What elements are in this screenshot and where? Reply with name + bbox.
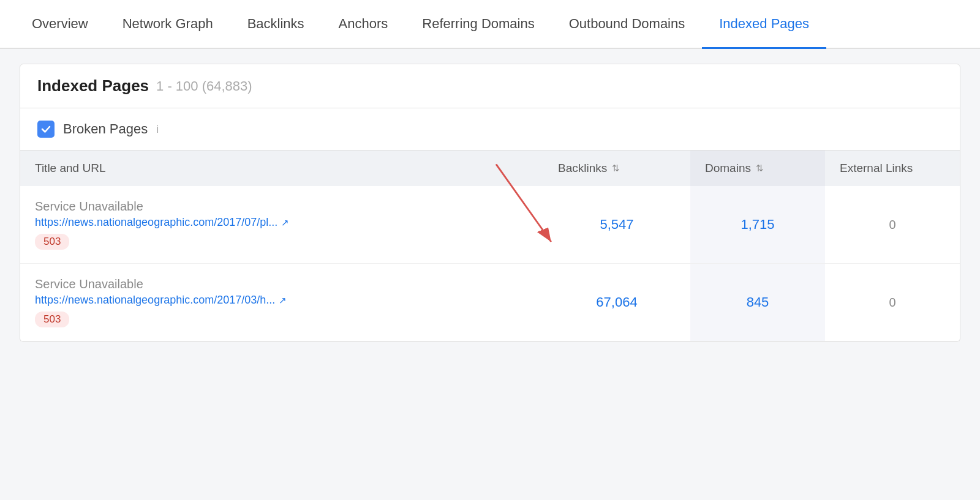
section-subtitle: 1 - 100 (64,883): [156, 78, 252, 94]
table-row: Service Unavailable https://news.nationa…: [20, 264, 960, 341]
nav-backlinks[interactable]: Backlinks: [230, 0, 322, 49]
table-header: Title and URL Backlinks ⇅ Domains ⇅ Exte…: [20, 151, 960, 186]
broken-pages-checkbox[interactable]: [37, 121, 55, 138]
td-title-url-1: Service Unavailable https://news.nationa…: [20, 186, 543, 263]
td-external-2: 0: [825, 264, 960, 341]
th-external-links: External Links: [825, 151, 960, 186]
nav-overview[interactable]: Overview: [15, 0, 105, 49]
td-backlinks-1: 5,547: [543, 186, 690, 263]
domains-sort-icon: ⇅: [756, 163, 764, 174]
filter-row: Broken Pages i: [20, 108, 960, 151]
row-title-1: Service Unavailable: [35, 200, 529, 214]
info-icon[interactable]: i: [156, 123, 159, 136]
nav-anchors[interactable]: Anchors: [322, 0, 405, 49]
td-title-url-2: Service Unavailable https://news.nationa…: [20, 264, 543, 341]
table-wrapper: Title and URL Backlinks ⇅ Domains ⇅ Exte…: [20, 151, 960, 342]
th-backlinks[interactable]: Backlinks ⇅: [543, 151, 690, 186]
table-row: Service Unavailable https://news.nationa…: [20, 186, 960, 264]
th-title-url: Title and URL: [20, 151, 543, 186]
status-badge-1: 503: [35, 234, 69, 250]
th-domains[interactable]: Domains ⇅: [690, 151, 825, 186]
broken-pages-label: Broken Pages: [63, 121, 148, 137]
backlinks-value-1: 5,547: [600, 217, 633, 233]
navigation: Overview Network Graph Backlinks Anchors…: [0, 0, 980, 49]
nav-indexed-pages[interactable]: Indexed Pages: [702, 0, 826, 49]
nav-referring-domains[interactable]: Referring Domains: [405, 0, 551, 49]
external-link-icon-2: ↗: [279, 295, 287, 306]
section-header: Indexed Pages 1 - 100 (64,883): [20, 64, 960, 108]
backlinks-sort-icon: ⇅: [612, 163, 620, 174]
external-link-icon-1: ↗: [281, 217, 289, 228]
nav-outbound-domains[interactable]: Outbound Domains: [552, 0, 703, 49]
row-url-1[interactable]: https://news.nationalgeographic.com/2017…: [35, 216, 529, 229]
row-url-2[interactable]: https://news.nationalgeographic.com/2017…: [35, 294, 529, 307]
td-backlinks-2: 67,064: [543, 264, 690, 341]
td-domains-2: 845: [690, 264, 825, 341]
table-body: Service Unavailable https://news.nationa…: [20, 186, 960, 342]
main-content: Indexed Pages 1 - 100 (64,883) Broken Pa…: [0, 49, 980, 357]
status-badge-2: 503: [35, 312, 69, 327]
td-external-1: 0: [825, 186, 960, 263]
section-title: Indexed Pages: [37, 76, 149, 95]
td-domains-1: 1,715: [690, 186, 825, 263]
nav-network-graph[interactable]: Network Graph: [105, 0, 230, 49]
row-title-2: Service Unavailable: [35, 277, 529, 291]
